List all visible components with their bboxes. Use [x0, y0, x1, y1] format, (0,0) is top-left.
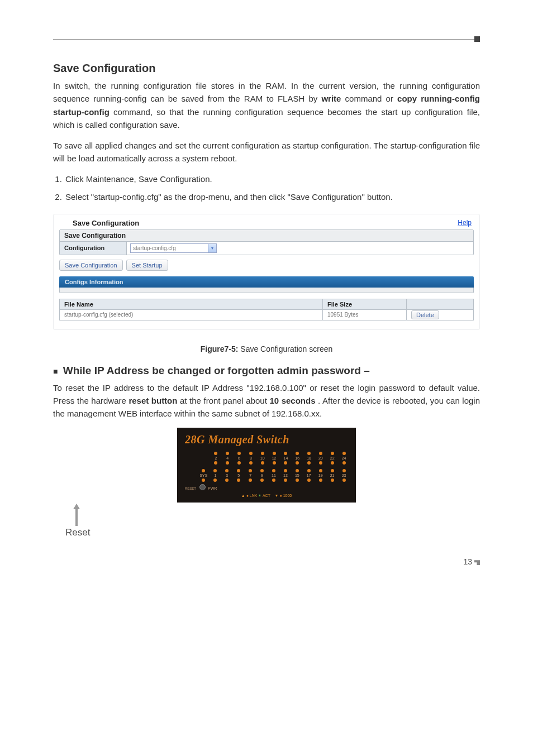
- port-led: 14: [282, 452, 290, 465]
- configs-table: File Name File Size startup-config.cfg (…: [59, 299, 474, 320]
- port-led: 18: [305, 452, 313, 465]
- delete-button[interactable]: Delete: [411, 310, 439, 319]
- cmd-write: write: [321, 94, 341, 103]
- col-action: [407, 299, 474, 309]
- pwr-led-icon: [199, 484, 206, 490]
- file-name-cell: startup-config.cfg (selected): [60, 309, 323, 320]
- page-number: 13: [53, 557, 480, 566]
- corner-marker: [474, 36, 480, 42]
- save-config-groupbox: Save Configuration Configuration startup…: [59, 229, 474, 255]
- help-link[interactable]: Help: [458, 219, 472, 227]
- reset-caption: Reset: [53, 527, 90, 538]
- configuration-label: Configuration: [60, 242, 127, 255]
- port-led: 22: [328, 452, 336, 465]
- page-number-value: 13: [463, 557, 472, 566]
- pwr-indicator: PWR: [199, 484, 217, 490]
- reset-arrow-icon: [53, 504, 82, 526]
- port-led: 10: [258, 452, 266, 465]
- port-led: 1: [211, 469, 220, 482]
- triangle-down-icon: ▼: [275, 494, 279, 497]
- save-config-para1: In switch, the running configuration fil…: [53, 79, 480, 131]
- switch-front-panel: 28G Managed Switch 2 4 6 8 10 12 14 16 1…: [177, 428, 356, 503]
- subsection-text: While IP Address be changed or forgotten…: [60, 365, 369, 376]
- port-led: 20: [316, 452, 325, 465]
- section-title-save-config: Save Configuration: [53, 62, 480, 75]
- file-size-cell: 10951 Bytes: [323, 309, 407, 320]
- port-led: 19: [316, 469, 325, 482]
- cmd-10-seconds: 10 seconds: [269, 396, 315, 405]
- bullet-icon: ■: [53, 367, 58, 376]
- save-configuration-button[interactable]: Save Configuration: [59, 260, 123, 271]
- text: command or: [345, 94, 397, 103]
- port-led: 16: [293, 452, 302, 465]
- reset-label: RESET: [185, 487, 196, 490]
- col-file-size: File Size: [323, 299, 407, 309]
- configuration-select[interactable]: startup-config.cfg ▾: [130, 243, 217, 253]
- legend-1000: 1000: [283, 494, 292, 497]
- top-divider: [53, 39, 480, 40]
- legend-lnk: LNK: [250, 494, 258, 497]
- chevron-down-icon: ▾: [208, 244, 216, 252]
- port-led: 7: [246, 469, 255, 482]
- port-led: 15: [293, 469, 301, 482]
- sys-led: SYS: [199, 469, 208, 482]
- ip-reset-para: To reset the IP address to the default I…: [53, 381, 480, 420]
- port-led: 8: [246, 452, 255, 465]
- groupbox-title: Save Configuration: [60, 230, 473, 242]
- set-startup-button[interactable]: Set Startup: [126, 260, 168, 271]
- port-led: 23: [340, 469, 348, 482]
- triangle-up-icon: ▲: [241, 494, 245, 497]
- panel-title: Save Configuration: [73, 219, 139, 227]
- step-1: Click Maintenance, Save Configuration.: [64, 173, 480, 186]
- pwr-label: PWR: [208, 486, 217, 490]
- table-row: startup-config.cfg (selected) 10951 Byte…: [60, 309, 474, 320]
- page-corner-icon: [474, 560, 480, 565]
- port-led: 4: [223, 452, 232, 465]
- port-led: 12: [270, 452, 278, 465]
- port-led: 2: [212, 452, 220, 465]
- configs-information-band: Configs Information: [59, 276, 474, 288]
- step-2: Select "startup-config.cfg" as the drop-…: [64, 191, 480, 204]
- switch-image: 28G Managed Switch 2 4 6 8 10 12 14 16 1…: [53, 428, 480, 538]
- text: command, so that the running configurati…: [53, 107, 480, 130]
- port-led: 24: [340, 452, 348, 465]
- text: at the front panel about: [180, 396, 269, 405]
- band-spacer: [59, 288, 474, 293]
- port-led: 11: [270, 469, 278, 482]
- legend-act: ACT: [263, 494, 270, 497]
- switch-model-title: 28G Managed Switch: [185, 433, 348, 446]
- configuration-select-value: startup-config.cfg: [133, 245, 176, 251]
- cmd-reset-button: reset button: [129, 396, 177, 405]
- port-led: 5: [235, 469, 243, 482]
- port-led: 13: [281, 469, 289, 482]
- port-led: 17: [304, 469, 313, 482]
- port-led: 3: [223, 469, 231, 482]
- port-led: 21: [328, 469, 336, 482]
- star-icon: ✶: [258, 494, 261, 497]
- steps-list: Click Maintenance, Save Configuration. S…: [53, 173, 480, 204]
- save-config-para2: To save all applied changes and set the …: [53, 139, 480, 165]
- col-file-name: File Name: [60, 299, 323, 309]
- figure-text: Save Configuration screen: [238, 344, 332, 353]
- figure-label: Figure7-5:: [201, 344, 239, 353]
- port-led: 6: [235, 452, 244, 465]
- figure-caption: Figure7-5: Save Configuration screen: [53, 344, 480, 353]
- port-led: 9: [258, 469, 266, 482]
- svg-marker-0: [73, 504, 80, 526]
- led-legend: ▲ ● LNK ✶ ACT ▼ ● 1000: [185, 494, 348, 498]
- section-title-ip-reset: ■ While IP Address be changed or forgott…: [53, 365, 480, 377]
- save-config-screenshot: Save Configuration Help Save Configurati…: [53, 214, 480, 330]
